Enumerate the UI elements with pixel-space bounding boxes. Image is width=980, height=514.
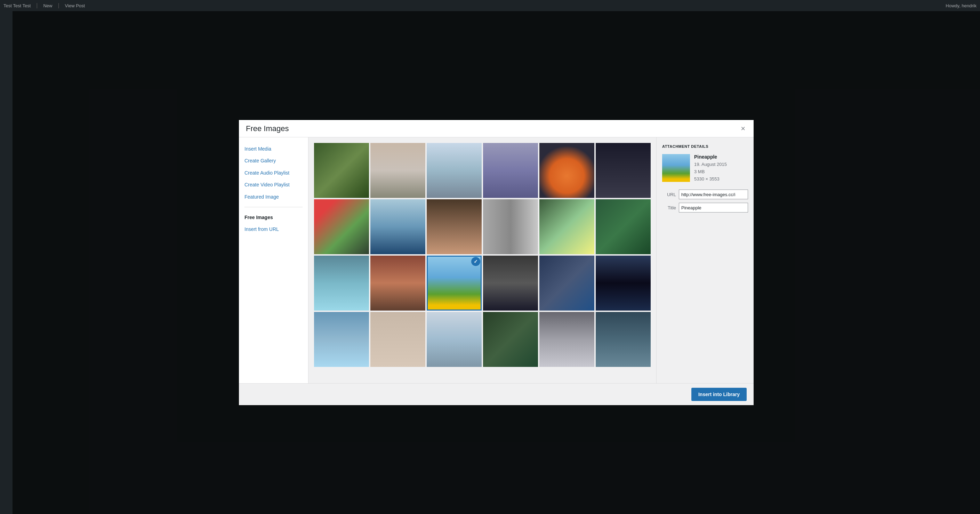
attachment-details-panel: ATTACHMENT DETAILS Pineapple 19. August … — [656, 137, 754, 383]
image-cell[interactable] — [371, 199, 425, 254]
image-placeholder — [539, 312, 594, 367]
title-field-row: Title — [662, 203, 748, 212]
image-cell[interactable] — [539, 312, 594, 367]
modal-title: Free Images — [246, 124, 739, 133]
image-placeholder — [539, 143, 594, 198]
image-placeholder — [371, 312, 425, 367]
image-cell[interactable] — [483, 312, 538, 367]
image-grid: ✓ — [314, 143, 651, 367]
attachment-thumbnail — [662, 154, 690, 182]
image-cell[interactable] — [427, 143, 482, 198]
modal-close-button[interactable]: × — [739, 123, 747, 134]
image-placeholder — [596, 256, 651, 310]
insert-into-library-button[interactable]: Insert into Library — [691, 388, 747, 401]
image-cell[interactable] — [596, 312, 651, 367]
admin-bar-sep2: | — [58, 2, 59, 9]
attachment-panel-title: ATTACHMENT DETAILS — [662, 144, 748, 148]
image-cell[interactable] — [314, 143, 369, 198]
image-placeholder — [539, 256, 594, 310]
image-cell[interactable] — [483, 256, 538, 310]
sidebar-item-create-audio-playlist[interactable]: Create Audio Playlist — [239, 167, 308, 179]
image-grid-container: ✓ — [309, 137, 656, 383]
image-cell[interactable] — [596, 256, 651, 310]
attachment-preview: Pineapple 19. August 2015 3 MB 5330 × 35… — [662, 154, 748, 183]
url-label: URL — [662, 192, 676, 197]
image-placeholder — [539, 199, 594, 254]
attachment-date: 19. August 2015 — [694, 161, 748, 168]
new-link[interactable]: New — [43, 3, 52, 8]
image-placeholder — [314, 256, 369, 310]
modal-overlay: Free Images × Insert MediaCreate Gallery… — [13, 11, 980, 514]
image-cell[interactable] — [483, 143, 538, 198]
wp-sidebar — [0, 11, 13, 514]
image-cell[interactable] — [314, 312, 369, 367]
attachment-filename: Pineapple — [694, 154, 748, 160]
admin-bar-left: Test Test Test | New | View Post — [3, 2, 85, 9]
image-cell[interactable] — [427, 199, 482, 254]
media-modal: Free Images × Insert MediaCreate Gallery… — [239, 120, 754, 405]
image-placeholder — [314, 312, 369, 367]
image-cell[interactable] — [483, 199, 538, 254]
image-cell[interactable] — [427, 312, 482, 367]
image-cell[interactable] — [539, 143, 594, 198]
image-cell[interactable] — [539, 256, 594, 310]
selection-check-badge: ✓ — [471, 257, 480, 266]
sidebar-divider — [245, 207, 302, 207]
image-placeholder — [483, 143, 538, 198]
attachment-dimensions: 5330 × 3553 — [694, 176, 748, 183]
attachment-fields: URL Title — [662, 189, 748, 212]
image-cell[interactable] — [314, 256, 369, 310]
image-placeholder — [371, 143, 425, 198]
image-placeholder — [427, 199, 482, 254]
image-placeholder — [483, 199, 538, 254]
sidebar-item-create-video-playlist[interactable]: Create Video Playlist — [239, 179, 308, 191]
image-placeholder — [596, 312, 651, 367]
sidebar-item-free-images[interactable]: Free Images — [239, 212, 308, 223]
image-placeholder — [596, 199, 651, 254]
attachment-size: 3 MB — [694, 168, 748, 176]
site-name: Test Test Test — [3, 3, 30, 8]
title-label: Title — [662, 205, 676, 210]
image-placeholder — [314, 199, 369, 254]
admin-bar-sep1: | — [36, 2, 38, 9]
attachment-info: Pineapple 19. August 2015 3 MB 5330 × 35… — [694, 154, 748, 183]
admin-bar: Test Test Test | New | View Post Howdy, … — [0, 0, 980, 11]
image-cell[interactable] — [371, 312, 425, 367]
image-cell[interactable]: ✓ — [427, 256, 482, 310]
image-cell[interactable] — [314, 199, 369, 254]
image-cell[interactable] — [371, 143, 425, 198]
image-cell[interactable] — [596, 199, 651, 254]
image-placeholder — [483, 256, 538, 310]
howdy-text: Howdy, hendrik — [946, 3, 977, 8]
image-cell[interactable] — [596, 143, 651, 198]
image-placeholder — [427, 143, 482, 198]
image-placeholder — [596, 143, 651, 198]
sidebar-item-create-gallery[interactable]: Create Gallery — [239, 155, 308, 167]
modal-sidebar-nav: Insert MediaCreate GalleryCreate Audio P… — [239, 137, 309, 383]
sidebar-item-insert-media[interactable]: Insert Media — [239, 143, 308, 155]
image-placeholder — [371, 199, 425, 254]
url-input[interactable] — [679, 189, 748, 199]
sidebar-item-featured-image[interactable]: Featured Image — [239, 191, 308, 203]
image-placeholder — [314, 143, 369, 198]
view-post-link[interactable]: View Post — [65, 3, 85, 8]
image-cell[interactable] — [371, 256, 425, 310]
modal-body: Insert MediaCreate GalleryCreate Audio P… — [239, 137, 754, 383]
image-cell[interactable] — [539, 199, 594, 254]
image-placeholder — [371, 256, 425, 310]
url-field-row: URL — [662, 189, 748, 199]
modal-footer: Insert into Library — [239, 383, 754, 405]
sidebar-item-insert-from-url[interactable]: Insert from URL — [239, 223, 308, 235]
title-input[interactable] — [679, 203, 748, 212]
image-placeholder — [427, 312, 482, 367]
image-placeholder — [483, 312, 538, 367]
modal-header: Free Images × — [239, 120, 754, 137]
